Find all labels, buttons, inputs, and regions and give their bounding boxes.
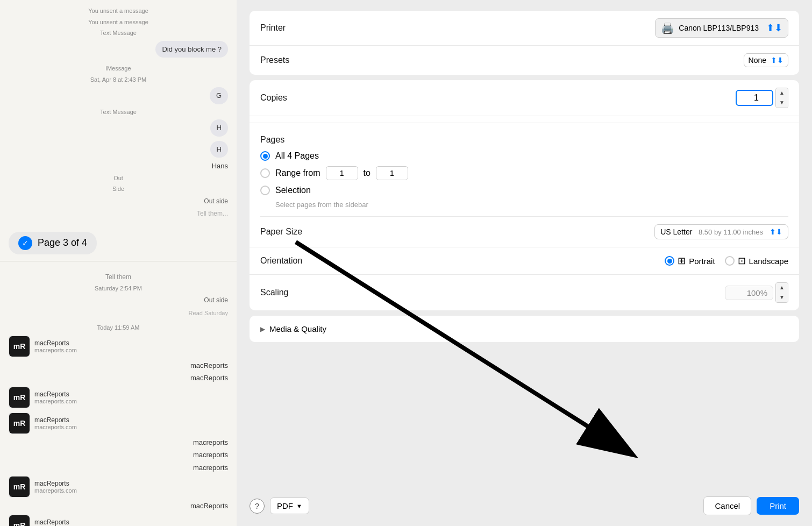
printer-name: Canon LBP113/LBP913 [679,24,759,32]
print-button[interactable]: Print [757,497,799,515]
presets-select[interactable]: None ⬆⬇ [744,53,788,67]
pages-group: Pages All 4 Pages Range from to Selectio… [250,130,799,216]
range-from-input[interactable] [326,166,358,180]
unsent-msg-2: You unsent a message [0,17,237,28]
portrait-option[interactable]: ⊞ Portrait [665,255,715,267]
expand-arrow: ▶ [260,325,265,333]
read-saturday: Read Saturday [0,307,237,319]
scaling-row: Scaling ▲ ▼ [250,275,799,310]
imessage-label: iMessage [0,63,237,74]
out-side-msg: Out side [0,195,237,208]
range-to-input[interactable] [376,166,408,180]
landscape-radio[interactable] [725,256,735,266]
presets-label: Presets [260,55,289,65]
selection-label: Selection [275,186,311,195]
presets-arrows: ⬆⬇ [771,56,783,65]
out-side-2: Out side [0,294,237,307]
presets-value: None [749,56,766,65]
media-quality-section: ▶ Media & Quality [250,316,799,342]
copies-decrement[interactable]: ▼ [776,98,788,108]
messages-sidebar: You unsent a message You unsent a messag… [0,0,237,526]
portrait-radio[interactable] [665,256,674,266]
cancel-button[interactable]: Cancel [703,496,751,515]
pdf-label: PDF [277,501,293,510]
scaling-increment[interactable]: ▲ [776,283,788,293]
selection-hint: Select pages from the sidebar [260,201,788,209]
h-msg-1: H [0,117,237,139]
scaling-label: Scaling [260,288,288,297]
range-to-label: to [364,168,371,178]
copies-pages-section: Copies ▲ ▼ Pages All 4 Pages Range from [250,80,799,310]
tell-them-2: Tell them [0,271,237,283]
scaling-stepper[interactable]: ▲ ▼ [775,282,788,303]
copies-increment[interactable]: ▲ [776,88,788,98]
portrait-label: Portrait [689,257,715,266]
scaling-decrement[interactable]: ▼ [776,293,788,302]
portrait-icon: ⊞ [678,255,686,267]
mac-reports-card-1: mR macReports macreports.com [0,333,237,359]
mac-reports-card-3: mR macReports macreports.com [0,410,237,436]
print-dialog: Printer 🖨️ Canon LBP113/LBP913 ⬆⬇ Preset… [237,0,812,526]
hans-msg: Hans [0,160,237,173]
all-pages-label: All 4 Pages [275,151,319,161]
paper-size-select[interactable]: US Letter 8.50 by 11.00 inches ⬆⬇ [654,224,788,239]
scaling-input[interactable] [725,286,773,300]
selection-radio[interactable] [260,186,270,195]
page-3-badge: ✓ Page 3 of 4 [9,232,97,254]
copies-label: Copies [260,93,287,103]
range-from-label: Range from [275,168,320,178]
mac-reports-card-2: mR macReports macreports.com [0,385,237,410]
text-msg-label-2: Text Message [0,106,237,118]
tell-them: Tell them... [0,207,237,220]
paper-size-name: US Letter [660,228,692,236]
copies-stepper-group: ▲ ▼ [736,88,788,108]
copies-stepper[interactable]: ▲ ▼ [775,88,788,108]
copies-input[interactable] [736,90,773,106]
text-msg-label-1: Text Message [0,27,237,39]
paper-size-label: Paper Size [260,227,302,237]
today-label: Today 11:59 AM [0,322,237,333]
paper-size-arrows: ⬆⬇ [770,228,782,236]
h-msg-2: H [0,139,237,160]
mac-reports-card-5: mR macReports macreports.com [0,513,237,527]
media-quality-row[interactable]: ▶ Media & Quality [250,316,799,342]
printer-icon: 🖨️ [661,22,674,34]
landscape-option[interactable]: ⊡ Landscape [725,255,788,267]
printer-stepper[interactable]: ⬆⬇ [766,22,782,34]
presets-row: Presets None ⬆⬇ [250,46,799,75]
copies-row: Copies ▲ ▼ [250,80,799,116]
mac-reports-card-4: mR macReports macreports.com [0,474,237,500]
orientation-options: ⊞ Portrait ⊡ Landscape [665,255,788,267]
macreports-text-4: macreports [0,449,237,461]
help-button[interactable]: ? [250,499,265,514]
imessage-date: Sat, Apr 8 at 2:43 PM [0,74,237,86]
g-msg: G [0,85,237,106]
scaling-group: ▲ ▼ [725,282,788,303]
orientation-row: Orientation ⊞ Portrait ⊡ Landscape [250,247,799,275]
printer-select[interactable]: 🖨️ Canon LBP113/LBP913 ⬆⬇ [655,18,788,38]
printer-row: Printer 🖨️ Canon LBP113/LBP913 ⬆⬇ [250,11,799,46]
all-pages-radio[interactable] [260,151,270,161]
page-3-check: ✓ [18,236,32,250]
paper-size-row: Paper Size US Letter 8.50 by 11.00 inche… [250,217,799,247]
unsent-msg-1: You unsent a message [0,5,237,17]
saturday-label: Saturday 2:54 PM [0,283,237,294]
range-radio-row[interactable]: Range from to [260,166,788,180]
block-msg: Did you block me ? [0,39,237,60]
out-msg: Out [0,173,237,184]
paper-size-dims [694,228,696,236]
printer-section: Printer 🖨️ Canon LBP113/LBP913 ⬆⬇ Preset… [250,11,799,75]
macreports-text-2: macReports [0,372,237,385]
bottom-bar: ? PDF ▼ Cancel Print [250,491,799,515]
macreports-text-1: macReports [0,359,237,372]
paper-size-dims-text: 8.50 by 11.00 inches [699,228,763,236]
pages-label: Pages [260,135,788,145]
selection-radio-row[interactable]: Selection [260,186,788,195]
macreports-text-5: macreports [0,461,237,474]
range-radio[interactable] [260,168,270,178]
orientation-label: Orientation [260,256,302,266]
bottom-left: ? PDF ▼ [250,497,309,514]
pdf-button[interactable]: PDF ▼ [270,497,309,514]
all-pages-row[interactable]: All 4 Pages [260,151,788,161]
media-quality-label: Media & Quality [269,324,326,333]
